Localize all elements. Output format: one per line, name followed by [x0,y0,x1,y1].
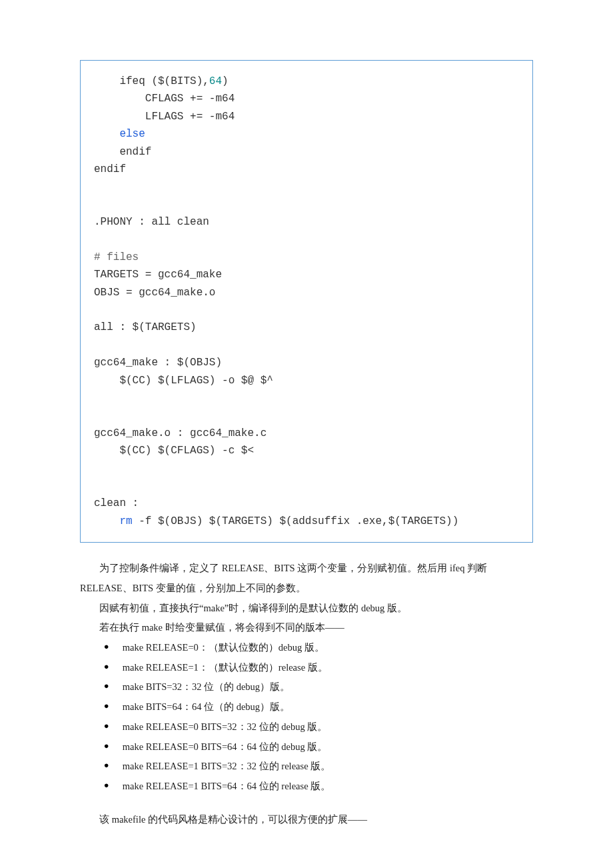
code-line: gcc64_make.o : gcc64_make.c [94,427,267,439]
code-keyword: rm [119,515,132,527]
code-line: TARGETS = gcc64_make [94,269,222,281]
paragraph: 为了控制条件编译，定义了 RELEASE、BITS 这两个变量，分别赋初值。然后… [80,559,533,579]
makefile-code-block: ifeq ($(BITS),64) CFLAGS += -m64 LFLAGS … [80,60,533,543]
code-line: endif [94,163,126,175]
list-item: make RELEASE=1：（默认位数的）release 版。 [101,658,533,678]
code-line: .PHONY : all clean [94,216,209,228]
code-line: $(CC) $(CFLAGS) -c $< [94,445,254,457]
code-text [94,515,119,527]
paragraph-continuation: RELEASE、BITS 变量的值，分别加上不同的参数。 [80,579,533,599]
paragraph: 该 makefile 的代码风格是精心设计的，可以很方便的扩展—— [80,810,533,830]
code-line: all : $(TARGETS) [94,321,197,333]
code-line: $(CC) $(LFLAGS) -o $@ $^ [94,375,273,387]
bullet-list: make RELEASE=0：（默认位数的）debug 版。 make RELE… [101,638,533,797]
code-text: ) [222,75,229,87]
code-text: -f $(OBJS) $(TARGETS) $(addsuffix .exe,$… [133,515,459,527]
code-line: CFLAGS += -m64 [94,93,235,105]
list-item: make RELEASE=0 BITS=64：64 位的 debug 版。 [101,737,533,757]
code-line: LFLAGS += -m64 [94,111,235,123]
list-item: make RELEASE=0：（默认位数的）debug 版。 [101,638,533,658]
list-item: make RELEASE=1 BITS=32：32 位的 release 版。 [101,757,533,777]
body-text: 为了控制条件编译，定义了 RELEASE、BITS 这两个变量，分别赋初值。然后… [80,559,533,830]
paragraph: 若在执行 make 时给变量赋值，将会得到不同的版本—— [80,618,533,638]
paragraph-text: RELEASE、BITS 变量的值，分别加上不同的参数。 [80,583,306,593]
list-item: make BITS=32：32 位（的 debug）版。 [101,677,533,697]
code-line: ifeq ($(BITS), [94,75,209,87]
code-line: gcc64_make : $(OBJS) [94,357,222,369]
code-literal: 64 [209,75,222,87]
document-page: ifeq ($(BITS),64) CFLAGS += -m64 LFLAGS … [0,0,613,868]
code-line: OBJS = gcc64_make.o [94,287,215,299]
code-keyword: else [94,128,145,140]
code-comment: # files [94,251,139,263]
paragraph-text: 为了控制条件编译，定义了 RELEASE、BITS 这两个变量，分别赋初值。然后… [99,563,487,573]
list-item: make BITS=64：64 位（的 debug）版。 [101,697,533,717]
code-line: endif [94,146,151,158]
code-line: clean : [94,497,139,509]
list-item: make RELEASE=0 BITS=32：32 位的 debug 版。 [101,717,533,737]
paragraph: 因赋有初值，直接执行“make”时，编译得到的是默认位数的 debug 版。 [80,599,533,619]
list-item: make RELEASE=1 BITS=64：64 位的 release 版。 [101,777,533,797]
